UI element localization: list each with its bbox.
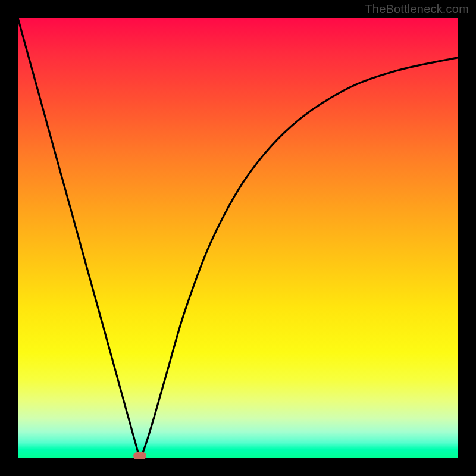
chart-area — [18, 18, 458, 458]
watermark-text: TheBottleneck.com — [365, 2, 469, 16]
bottleneck-curve — [18, 18, 458, 458]
optimal-marker — [133, 452, 146, 459]
